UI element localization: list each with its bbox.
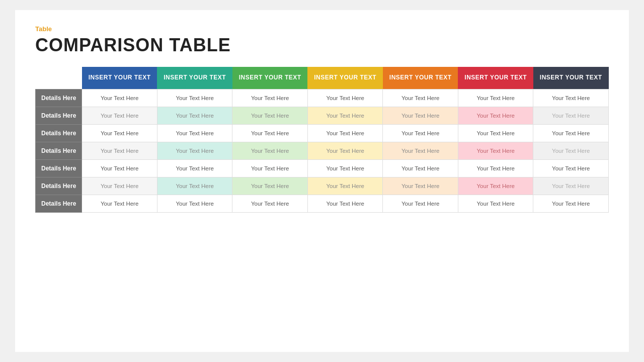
cell-5-3: Your Text Here (307, 177, 383, 195)
cell-5-2: Your Text Here (232, 177, 308, 195)
cell-4-5: Your Text Here (458, 159, 533, 177)
cell-6-5: Your Text Here (458, 195, 533, 212)
cell-1-6: Your Text Here (533, 107, 609, 124)
cell-4-3: Your Text Here (307, 159, 383, 177)
cell-1-0: Your Text Here (82, 107, 157, 124)
row-label-2: Details Here (36, 124, 82, 142)
header-col-2: INSERT YOUR TEXT (232, 67, 308, 89)
cell-2-0: Your Text Here (82, 124, 157, 142)
table-row: Details HereYour Text HereYour Text Here… (36, 89, 609, 107)
table-row: Details HereYour Text HereYour Text Here… (36, 107, 609, 124)
tag-label: Table (35, 25, 609, 33)
header-col-1: INSERT YOUR TEXT (157, 67, 232, 89)
header-col-5: INSERT YOUR TEXT (458, 67, 533, 89)
cell-6-6: Your Text Here (533, 195, 609, 212)
cell-0-2: Your Text Here (232, 89, 308, 107)
cell-5-6: Your Text Here (533, 177, 609, 195)
cell-3-2: Your Text Here (232, 142, 308, 159)
slide: Table COMPARISON TABLE INSERT YOUR TEXTI… (15, 10, 629, 352)
table-row: Details HereYour Text HereYour Text Here… (36, 159, 609, 177)
row-label-6: Details Here (36, 195, 82, 212)
cell-1-1: Your Text Here (157, 107, 232, 124)
header-col-0: INSERT YOUR TEXT (82, 67, 157, 89)
cell-5-5: Your Text Here (458, 177, 533, 195)
cell-0-4: Your Text Here (383, 89, 458, 107)
cell-4-1: Your Text Here (157, 159, 232, 177)
cell-3-3: Your Text Here (307, 142, 383, 159)
header-col-6: INSERT YOUR TEXT (533, 67, 609, 89)
cell-1-2: Your Text Here (232, 107, 308, 124)
header-col-3: INSERT YOUR TEXT (307, 67, 383, 89)
cell-0-3: Your Text Here (307, 89, 383, 107)
table-row: Details HereYour Text HereYour Text Here… (36, 195, 609, 212)
cell-1-3: Your Text Here (307, 107, 383, 124)
cell-2-3: Your Text Here (307, 124, 383, 142)
row-label-1: Details Here (36, 107, 82, 124)
cell-1-5: Your Text Here (458, 107, 533, 124)
cell-3-4: Your Text Here (383, 142, 458, 159)
cell-6-4: Your Text Here (383, 195, 458, 212)
header-row: INSERT YOUR TEXTINSERT YOUR TEXTINSERT Y… (36, 67, 609, 89)
cell-5-4: Your Text Here (383, 177, 458, 195)
cell-5-1: Your Text Here (157, 177, 232, 195)
cell-0-0: Your Text Here (82, 89, 157, 107)
cell-4-4: Your Text Here (383, 159, 458, 177)
cell-3-5: Your Text Here (458, 142, 533, 159)
cell-3-0: Your Text Here (82, 142, 157, 159)
cell-3-6: Your Text Here (533, 142, 609, 159)
row-label-3: Details Here (36, 142, 82, 159)
corner-cell (36, 67, 82, 89)
table-row: Details HereYour Text HereYour Text Here… (36, 124, 609, 142)
cell-6-2: Your Text Here (232, 195, 308, 212)
row-label-0: Details Here (36, 89, 82, 107)
comparison-table: INSERT YOUR TEXTINSERT YOUR TEXTINSERT Y… (35, 67, 609, 213)
table-row: Details HereYour Text HereYour Text Here… (36, 177, 609, 195)
table-container: INSERT YOUR TEXTINSERT YOUR TEXTINSERT Y… (35, 67, 609, 213)
cell-6-3: Your Text Here (307, 195, 383, 212)
header-col-4: INSERT YOUR TEXT (383, 67, 458, 89)
cell-2-4: Your Text Here (383, 124, 458, 142)
row-label-4: Details Here (36, 159, 82, 177)
cell-0-6: Your Text Here (533, 89, 609, 107)
cell-6-0: Your Text Here (82, 195, 157, 212)
cell-4-6: Your Text Here (533, 159, 609, 177)
cell-0-5: Your Text Here (458, 89, 533, 107)
cell-0-1: Your Text Here (157, 89, 232, 107)
cell-5-0: Your Text Here (82, 177, 157, 195)
cell-2-1: Your Text Here (157, 124, 232, 142)
cell-4-2: Your Text Here (232, 159, 308, 177)
cell-6-1: Your Text Here (157, 195, 232, 212)
cell-1-4: Your Text Here (383, 107, 458, 124)
table-row: Details HereYour Text HereYour Text Here… (36, 142, 609, 159)
cell-2-2: Your Text Here (232, 124, 308, 142)
main-title: COMPARISON TABLE (35, 35, 609, 56)
cell-4-0: Your Text Here (82, 159, 157, 177)
row-label-5: Details Here (36, 177, 82, 195)
cell-2-6: Your Text Here (533, 124, 609, 142)
cell-2-5: Your Text Here (458, 124, 533, 142)
cell-3-1: Your Text Here (157, 142, 232, 159)
table-body: Details HereYour Text HereYour Text Here… (36, 89, 609, 212)
